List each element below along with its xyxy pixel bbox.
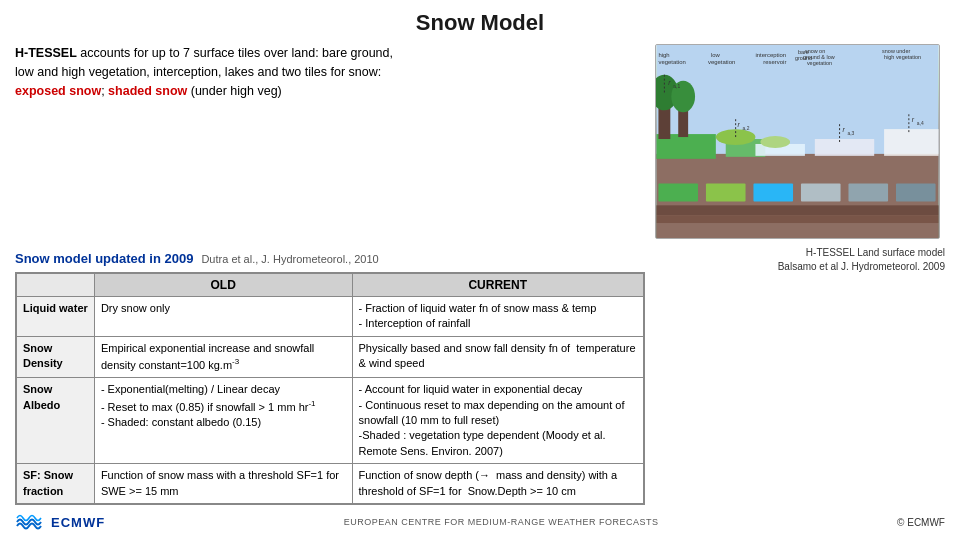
svg-text:high vegetation: high vegetation	[884, 54, 921, 60]
htessel-caption: H-TESSEL Land surface model Balsamo et a…	[655, 246, 945, 274]
page-title: Snow Model	[15, 10, 945, 36]
svg-text:a,4: a,4	[917, 121, 924, 126]
row-old-liquid: Dry snow only	[94, 297, 352, 337]
ecmwf-waves-icon	[15, 512, 45, 532]
left-panel: H-TESSEL accounts for up to 7 surface ti…	[15, 44, 645, 505]
comparison-table: OLD CURRENT Liquid water Dry snow only -…	[16, 273, 644, 504]
svg-rect-43	[896, 184, 936, 202]
diagram-svg: high vegetation low vegetation intercept…	[656, 45, 939, 238]
table-container: OLD CURRENT Liquid water Dry snow only -…	[15, 272, 645, 505]
main-content: H-TESSEL accounts for up to 7 surface ti…	[15, 44, 945, 505]
row-current-sf: Function of snow depth (→ mass and densi…	[352, 464, 643, 504]
row-current-liquid: - Fraction of liquid water fn of snow ma…	[352, 297, 643, 337]
subtitle-row: Snow model updated in 2009 Dutra et al.,…	[15, 251, 645, 266]
row-old-albedo: - Exponential(melting) / Linear decay- R…	[94, 378, 352, 464]
intro-exposed: exposed snow	[15, 84, 101, 98]
svg-rect-44	[656, 205, 938, 215]
svg-rect-46	[656, 223, 938, 238]
svg-text:vegetation: vegetation	[658, 59, 685, 65]
subtitle-main: Snow model updated in 2009	[15, 251, 193, 266]
svg-rect-40	[753, 184, 793, 202]
row-current-density: Physically based and snow fall density f…	[352, 336, 643, 377]
row-current-albedo: - Account for liquid water in exponentia…	[352, 378, 643, 464]
svg-rect-42	[848, 184, 888, 202]
table-row: Snow Albedo - Exponential(melting) / Lin…	[17, 378, 644, 464]
footer-center: EUROPEAN CENTRE FOR MEDIUM-RANGE WEATHER…	[344, 517, 659, 527]
svg-rect-38	[658, 184, 698, 202]
svg-point-12	[760, 136, 790, 148]
svg-text:a,1: a,1	[673, 84, 680, 89]
svg-rect-5	[815, 139, 874, 156]
svg-rect-39	[706, 184, 746, 202]
htessel-ref-line1: H-TESSEL Land surface model	[806, 247, 945, 258]
svg-text:vegetation: vegetation	[708, 59, 735, 65]
page: Snow Model H-TESSEL accounts for up to 7…	[0, 0, 960, 540]
row-header-sf: SF: Snow fraction	[17, 464, 95, 504]
table-row: SF: Snow fraction Function of snow mass …	[17, 464, 644, 504]
svg-text:ground: ground	[795, 55, 812, 61]
intro-shaded: shaded snow	[108, 84, 187, 98]
diagram-area: high vegetation low vegetation intercept…	[655, 44, 940, 239]
copyright: © ECMWF	[897, 517, 945, 528]
htessel-bold: H-TESSEL	[15, 46, 77, 60]
row-header-albedo: Snow Albedo	[17, 378, 95, 464]
row-header-density: Snow Density	[17, 336, 95, 377]
row-old-density: Empirical exponential increase and snowf…	[94, 336, 352, 377]
table-row: Snow Density Empirical exponential incre…	[17, 336, 644, 377]
col-header-current: CURRENT	[352, 274, 643, 297]
svg-text:a,2: a,2	[743, 126, 750, 131]
intro-line2: low and high vegetation, interception, l…	[15, 65, 381, 79]
svg-text:high: high	[658, 52, 669, 58]
intro-line1: accounts for up to 7 surface tiles over …	[77, 46, 393, 60]
table-row: Liquid water Dry snow only - Fraction of…	[17, 297, 644, 337]
col-header-old: OLD	[94, 274, 352, 297]
svg-rect-6	[884, 129, 938, 156]
svg-text:a,3: a,3	[847, 131, 854, 136]
col-header-empty	[17, 274, 95, 297]
svg-text:interception: interception	[755, 52, 786, 58]
right-panel: high vegetation low vegetation intercept…	[655, 44, 945, 505]
ecmwf-text: ECMWF	[51, 515, 105, 530]
svg-rect-41	[801, 184, 841, 202]
svg-rect-45	[656, 215, 938, 223]
svg-text:low: low	[711, 52, 721, 58]
htessel-ref-line2: Balsamo et al J. Hydrometeorol. 2009	[778, 261, 945, 272]
svg-text:reservoir: reservoir	[763, 59, 786, 65]
row-old-sf: Function of snow mass with a threshold S…	[94, 464, 352, 504]
footer: ECMWF EUROPEAN CENTRE FOR MEDIUM-RANGE W…	[15, 509, 945, 532]
row-header-liquid: Liquid water	[17, 297, 95, 337]
intro-text: H-TESSEL accounts for up to 7 surface ti…	[15, 44, 645, 245]
ecmwf-logo: ECMWF	[15, 512, 105, 532]
subtitle-ref: Dutra et al., J. Hydrometeorol., 2010	[201, 253, 378, 265]
intro-end: (under high veg)	[187, 84, 282, 98]
